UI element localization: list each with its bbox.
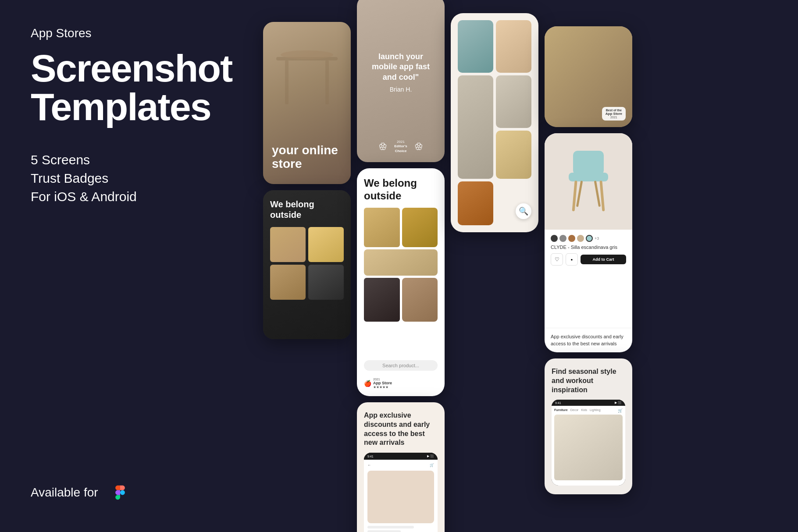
svg-rect-10	[594, 181, 601, 207]
cat-kids: Kids	[581, 408, 587, 413]
badge-year: 2021	[373, 378, 392, 381]
screen-belong-outside-small: We belong outside	[263, 190, 351, 339]
column-4: Best of the App Store 2021	[545, 26, 632, 494]
product-cell-4	[496, 75, 531, 128]
discount-text: App exclusive discounts and early access…	[551, 333, 626, 347]
product-cell-2	[496, 20, 531, 73]
screen-product-grid: 🔍	[451, 13, 538, 232]
screens-container: your online store We belong outside laun…	[254, 0, 798, 532]
screen-belong-outside-full: We belong outside Search product... 🍎 20…	[357, 168, 445, 396]
cat-lighting: Lighting	[590, 408, 601, 413]
furniture-cell-2	[402, 208, 438, 247]
laurel-left: 🏵	[379, 142, 388, 152]
product-info-section: +3 CLYDE - Silla escandinava gris ♡ ● Ad…	[545, 230, 632, 328]
features-list: 5 Screens Trust Badges For iOS & Android	[31, 153, 228, 204]
appstore-badge: 🍎 2021 App Store ★★★★★	[364, 378, 438, 389]
screen-online-store: your online store	[263, 22, 351, 184]
mini-time: 9:41	[367, 455, 374, 458]
svg-rect-1	[285, 60, 289, 104]
available-text: Available for	[31, 486, 98, 500]
figma-logo-icon	[107, 479, 133, 506]
screen-1-content: your online store	[272, 144, 342, 175]
options-button[interactable]: ●	[566, 253, 578, 266]
feature-platforms: For iOS & Android	[31, 189, 228, 204]
svg-rect-9	[576, 181, 583, 207]
column-1: your online store We belong outside	[263, 22, 351, 339]
add-to-cart-button[interactable]: Add to Cart	[581, 255, 626, 264]
swatch-teal[interactable]	[586, 235, 593, 242]
badge-appstore-text: App Store	[606, 112, 622, 116]
grid-cell-4	[308, 265, 344, 300]
column-3: 🔍	[451, 13, 538, 232]
mini-signal: ▶ ⬛	[427, 454, 434, 458]
column-2: launch your mobile app fast and cool" Br…	[357, 0, 445, 532]
mini-phone-seasonal: 9:41 ▶ ⬛ Furniture Decor Kids Lighting 🛒	[552, 400, 625, 486]
screen-8-title: Find seasonal style and workout inspirat…	[552, 367, 625, 394]
furniture-cell-1	[364, 208, 400, 247]
color-swatches: +3	[551, 235, 626, 242]
subtitle: App Stores	[31, 26, 228, 40]
search-bar[interactable]: Search product...	[364, 360, 438, 371]
product-cell-1	[458, 20, 493, 73]
screen-appstore-badge-top: Best of the App Store 2021	[545, 26, 632, 127]
editor-badge-label: Editor's Choice	[389, 144, 412, 153]
svg-point-3	[281, 50, 333, 59]
product-cell-5	[496, 131, 531, 179]
svg-rect-7	[572, 181, 577, 211]
swatch-dark[interactable]	[551, 235, 558, 242]
left-panel: App Stores Screenshot Templates 5 Screen…	[0, 0, 254, 532]
badge-name: App Store	[373, 381, 392, 385]
swatch-more: +3	[595, 235, 599, 242]
screen-7-text: App exclusive discounts and early access…	[364, 411, 438, 447]
furniture-cell-5	[402, 278, 438, 322]
badge-best-text: Best of the	[606, 109, 622, 112]
mini-cart-icon: 🛒	[618, 408, 623, 413]
left-content: App Stores Screenshot Templates 5 Screen…	[31, 26, 228, 204]
action-bar: ♡ ● Add to Cart	[551, 253, 626, 266]
laurel-right: 🏵	[414, 142, 423, 152]
swatch-gray[interactable]	[559, 235, 566, 242]
swatch-light[interactable]	[577, 235, 584, 242]
grid-cell-2	[308, 227, 344, 262]
svg-rect-8	[599, 181, 605, 211]
table-silhouette	[267, 31, 346, 118]
mini-signal-2: ▶ ⬛	[615, 401, 622, 404]
product-image-area	[545, 133, 632, 230]
editor-badge-year: 2021	[389, 140, 412, 144]
screen-discounts-small: App exclusive discounts and early access…	[357, 402, 445, 532]
screen-6-title: We belong outside	[270, 199, 344, 220]
mini-back: ←	[367, 463, 371, 467]
cat-decor: Decor	[570, 408, 579, 413]
product-cell-3	[458, 75, 493, 179]
available-section: Available for	[31, 479, 228, 506]
appstore-overlay-badge: Best of the App Store 2021	[602, 107, 626, 121]
screen-product-detail: +3 CLYDE - Silla escandinava gris ♡ ● Ad…	[545, 133, 632, 352]
search-icon-btn[interactable]: 🔍	[516, 203, 531, 219]
product-grid	[458, 20, 531, 225]
svg-rect-6	[573, 151, 604, 175]
swatch-brown[interactable]	[568, 235, 575, 242]
search-icon: 🔍	[519, 206, 528, 216]
feature-badges: Trust Badges	[31, 171, 228, 186]
screen-testimonial: launch your mobile app fast and cool" Br…	[357, 0, 445, 162]
screen-seasonal-style: Find seasonal style and workout inspirat…	[545, 358, 632, 494]
chair-product-icon	[562, 142, 615, 221]
mini-time-2: 9:41	[555, 401, 561, 404]
screen-6-grid	[270, 227, 344, 330]
product-footer: App exclusive discounts and early access…	[545, 328, 632, 352]
product-name: CLYDE - Silla escandinava gris	[551, 245, 626, 250]
wishlist-button[interactable]: ♡	[551, 253, 563, 266]
screen-3-title: We belong outside	[364, 177, 438, 202]
feature-screens: 5 Screens	[31, 153, 228, 167]
grid-cell-3	[270, 265, 306, 300]
screen-1-text: your online store	[272, 144, 342, 171]
testimonial-author: Brian H.	[366, 86, 436, 93]
mini-cart: 🛒	[430, 463, 434, 467]
grid-cell-1	[270, 227, 306, 262]
testimonial-quote: launch your mobile app fast and cool"	[366, 52, 436, 82]
svg-rect-2	[325, 60, 329, 104]
mini-phone-preview: 9:41 ▶ ⬛ ← 🛒	[364, 453, 438, 532]
main-title: Screenshot Templates	[31, 49, 228, 126]
badge-year-text: 2021	[606, 116, 622, 119]
furniture-cell-3	[364, 249, 438, 276]
